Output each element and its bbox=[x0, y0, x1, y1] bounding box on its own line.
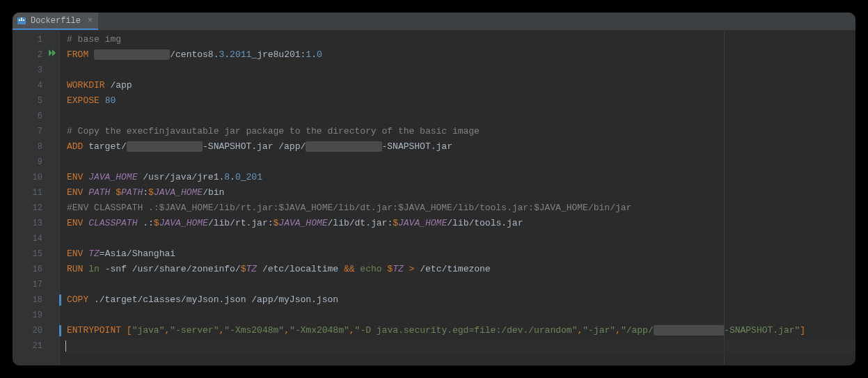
svg-rect-1 bbox=[19, 19, 20, 21]
line-number[interactable]: 1 bbox=[13, 32, 59, 47]
line-number[interactable]: 15 bbox=[13, 246, 59, 262]
code-line[interactable]: #ENV CLASSPATH .:$JAVA_HOME/lib/rt.jar:$… bbox=[67, 200, 855, 216]
close-icon[interactable]: × bbox=[88, 16, 93, 26]
line-number[interactable]: 8 bbox=[13, 139, 59, 155]
line-number[interactable]: 13 bbox=[13, 216, 59, 231]
code-line[interactable] bbox=[67, 109, 855, 124]
code-line[interactable] bbox=[67, 231, 855, 246]
line-number[interactable]: 14 bbox=[13, 231, 59, 246]
line-number[interactable]: 10 bbox=[13, 170, 59, 185]
tab-dockerfile[interactable]: Dockerfile × bbox=[13, 13, 98, 30]
line-number-gutter: 123456789101112131415161718192021 bbox=[13, 31, 60, 365]
code-line[interactable] bbox=[67, 155, 855, 170]
line-number[interactable]: 2 bbox=[13, 47, 59, 63]
line-number[interactable]: 6 bbox=[13, 109, 59, 124]
code-line[interactable] bbox=[67, 308, 855, 323]
code-line[interactable]: RUN ln -snf /usr/share/zoneinfo/$TZ /etc… bbox=[67, 262, 855, 277]
code-area[interactable]: # base imgFROM /centos8.3.2011_jre8u201:… bbox=[60, 31, 855, 365]
code-line[interactable]: # Copy the execfinjavautable jar package… bbox=[67, 124, 855, 139]
code-line[interactable]: FROM /centos8.3.2011_jre8u201:1.0 bbox=[67, 47, 855, 63]
line-number[interactable]: 11 bbox=[13, 185, 59, 200]
code-line[interactable] bbox=[67, 277, 855, 292]
change-marker bbox=[59, 325, 61, 336]
code-line[interactable]: ADD target/ -SNAPSHOT.jar /app/ -SNAPSHO… bbox=[67, 139, 855, 155]
editor-body: 123456789101112131415161718192021 # base… bbox=[13, 31, 855, 365]
text-caret bbox=[65, 340, 66, 352]
tab-label: Dockerfile bbox=[31, 16, 81, 26]
code-line[interactable]: # base img bbox=[67, 32, 855, 47]
code-line[interactable]: COPY ./target/classes/myJson.json /app/m… bbox=[67, 292, 855, 308]
line-number[interactable]: 17 bbox=[13, 277, 59, 292]
line-number[interactable]: 5 bbox=[13, 93, 59, 109]
svg-rect-4 bbox=[23, 19, 24, 21]
code-line[interactable] bbox=[67, 338, 855, 354]
code-line[interactable]: ENV CLASSPATH .:$JAVA_HOME/lib/rt.jar:$J… bbox=[67, 216, 855, 231]
line-number[interactable]: 18 bbox=[13, 292, 59, 308]
code-line[interactable]: ENTRYPOINT ["java","-server","-Xms2048m"… bbox=[67, 323, 855, 338]
line-number[interactable]: 12 bbox=[13, 200, 59, 216]
line-number[interactable]: 9 bbox=[13, 155, 59, 170]
run-gutter-icon[interactable] bbox=[48, 47, 56, 63]
line-number[interactable]: 4 bbox=[13, 78, 59, 93]
code-line[interactable]: ENV TZ=Asia/Shanghai bbox=[67, 246, 855, 262]
editor-window: Dockerfile × 123456789101112131415161718… bbox=[13, 13, 855, 365]
change-marker bbox=[59, 294, 61, 306]
line-number[interactable]: 7 bbox=[13, 124, 59, 139]
code-line[interactable]: EXPOSE 80 bbox=[67, 93, 855, 109]
line-number[interactable]: 19 bbox=[13, 308, 59, 323]
code-line[interactable] bbox=[67, 63, 855, 78]
line-number[interactable]: 20 bbox=[13, 323, 59, 338]
code-line[interactable]: WORKDIR /app bbox=[67, 78, 855, 93]
svg-rect-2 bbox=[21, 19, 22, 21]
code-line[interactable]: ENV JAVA_HOME /usr/java/jre1.8.0_201 bbox=[67, 170, 855, 185]
line-number[interactable]: 16 bbox=[13, 262, 59, 277]
line-number[interactable]: 21 bbox=[13, 338, 59, 354]
code-line[interactable]: ENV PATH $PATH:$JAVA_HOME/bin bbox=[67, 185, 855, 200]
line-number[interactable]: 3 bbox=[13, 63, 59, 78]
tab-bar: Dockerfile × bbox=[13, 13, 855, 31]
svg-rect-3 bbox=[21, 17, 22, 19]
docker-file-icon bbox=[17, 16, 26, 26]
